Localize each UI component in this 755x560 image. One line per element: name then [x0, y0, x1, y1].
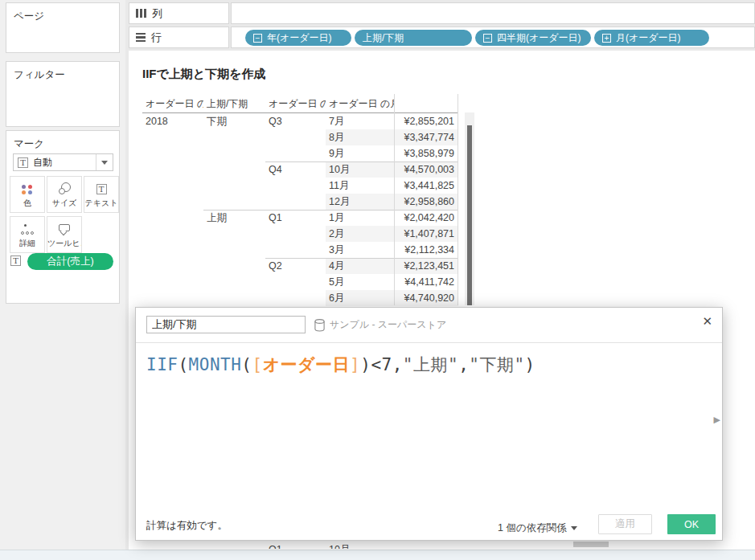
pill-quarter-order-date[interactable]: − 四半期(オーダー日)	[475, 30, 591, 46]
cell-month[interactable]: 2月	[326, 226, 394, 242]
cell-quarter[interactable]	[265, 242, 326, 258]
color-button[interactable]: 色	[10, 176, 45, 213]
cell-value[interactable]: ¥3,347,774	[394, 129, 458, 145]
cell-half[interactable]	[203, 274, 265, 290]
functions-pane-expander-icon[interactable]: ▶	[714, 415, 720, 425]
columns-shelf-content[interactable]	[231, 2, 755, 24]
cell-quarter[interactable]	[265, 290, 326, 306]
cell-half[interactable]: 下期	[203, 113, 265, 129]
pill-label: 月(オーダー日)	[616, 31, 681, 45]
header-half[interactable]: 上期/下期	[203, 97, 265, 112]
text-button[interactable]: T テキスト	[84, 176, 119, 213]
pages-shelf[interactable]: ページ	[6, 2, 120, 53]
cell-month[interactable]: 8月	[326, 129, 394, 145]
table-row: 5月¥4,411,742	[142, 274, 458, 290]
cell-quarter[interactable]	[265, 194, 326, 210]
cell-year[interactable]	[142, 258, 203, 274]
pill-year-order-date[interactable]: − 年(オーダー日)	[245, 30, 351, 46]
header-month[interactable]: オーダー日 の月	[326, 97, 394, 112]
tooltip-button[interactable]: ツールヒ…	[47, 216, 82, 253]
cell-year[interactable]	[142, 274, 203, 290]
cell-year[interactable]	[142, 178, 203, 194]
dependency-dropdown[interactable]: 1 個の依存関係	[498, 521, 577, 535]
cell-quarter[interactable]	[265, 274, 326, 290]
cell-quarter[interactable]	[265, 178, 326, 194]
cell-value[interactable]: ¥2,958,860	[394, 194, 458, 210]
cell-half[interactable]	[203, 129, 265, 145]
cell-quarter[interactable]	[265, 145, 326, 161]
apply-button[interactable]: 適用	[598, 514, 652, 534]
cell-half[interactable]	[203, 161, 265, 178]
pill-half-period[interactable]: 上期/下期	[355, 30, 472, 46]
cell-half[interactable]: 上期	[203, 210, 265, 226]
horizontal-scrollbar-thumb[interactable]	[573, 542, 609, 547]
color-button-label: 色	[23, 198, 31, 209]
collapse-icon[interactable]: −	[253, 34, 262, 43]
cell-half[interactable]	[203, 226, 265, 242]
cell-half[interactable]	[203, 242, 265, 258]
cell-value[interactable]: ¥4,411,742	[394, 274, 458, 290]
cell-value[interactable]: ¥2,855,201	[394, 113, 458, 129]
measure-pill-sum-sales[interactable]: 合計(売上)	[27, 253, 113, 270]
header-quarter[interactable]: オーダー日 の..	[265, 97, 326, 112]
cell-half[interactable]	[203, 194, 265, 210]
ok-button[interactable]: OK	[667, 514, 716, 534]
cell-month[interactable]: 4月	[326, 258, 394, 274]
cell-value[interactable]: ¥2,123,451	[394, 258, 458, 274]
header-year[interactable]: オーダー日 の年	[142, 97, 203, 112]
cell-month[interactable]: 11月	[326, 178, 394, 194]
cell-year[interactable]	[142, 226, 203, 242]
cell-half[interactable]	[203, 290, 265, 306]
cell-year[interactable]: 2018	[142, 113, 203, 129]
cell-quarter[interactable]: Q2	[265, 258, 326, 274]
expand-icon[interactable]: +	[602, 34, 611, 43]
pill-month-order-date[interactable]: + 月(オーダー日)	[594, 30, 709, 46]
cell-quarter[interactable]	[265, 226, 326, 242]
cell-quarter[interactable]: Q1	[265, 210, 326, 226]
cell-month[interactable]: 9月	[326, 145, 394, 161]
cell-year[interactable]	[142, 290, 203, 306]
mark-type-dropdown[interactable]: T 自動	[13, 153, 113, 171]
calculation-name-input[interactable]	[146, 316, 306, 333]
collapse-icon[interactable]: −	[483, 34, 492, 43]
group-separator	[203, 210, 458, 211]
cell-half[interactable]	[203, 178, 265, 194]
cell-month[interactable]: 1月	[326, 210, 394, 226]
cell-year[interactable]	[142, 194, 203, 210]
size-button[interactable]: サイズ	[47, 176, 82, 213]
cell-value[interactable]: ¥2,042,420	[394, 210, 458, 226]
pill-label: 年(オーダー日)	[267, 31, 332, 45]
cell-half[interactable]	[203, 145, 265, 161]
vertical-scrollbar-thumb[interactable]	[467, 125, 472, 305]
cell-value[interactable]: ¥1,407,871	[394, 226, 458, 242]
cell-year[interactable]	[142, 161, 203, 178]
cell-value[interactable]: ¥4,570,003	[394, 161, 458, 178]
cell-value[interactable]: ¥3,858,979	[394, 145, 458, 161]
detail-button[interactable]: 詳細	[10, 216, 45, 253]
cell-year[interactable]	[142, 242, 203, 258]
cell-half[interactable]	[203, 258, 265, 274]
cell-year[interactable]	[142, 145, 203, 161]
dialog-divider	[136, 342, 722, 343]
cell-value[interactable]: ¥4,740,920	[394, 290, 458, 306]
cell-quarter[interactable]: Q3	[265, 113, 326, 129]
close-icon[interactable]: ✕	[702, 314, 712, 329]
cell-month[interactable]: 5月	[326, 274, 394, 290]
cell-month[interactable]: 10月	[326, 161, 394, 178]
filters-shelf[interactable]: フィルター	[6, 61, 120, 127]
cell-year[interactable]	[142, 210, 203, 226]
cell-quarter[interactable]	[265, 129, 326, 145]
cell-month[interactable]: 12月	[326, 194, 394, 210]
formula-editor[interactable]: IIF(MONTH([オーダー日])<7,"上期","下期")	[146, 354, 535, 376]
group-separator	[265, 258, 458, 259]
formula-token-string: "上期"	[403, 355, 458, 374]
cell-month[interactable]: 6月	[326, 290, 394, 306]
rows-shelf-content[interactable]: − 年(オーダー日) 上期/下期 − 四半期(オーダー日) + 月(オーダー日)	[231, 27, 755, 48]
cell-value[interactable]: ¥2,112,334	[394, 242, 458, 258]
cell-month[interactable]: 7月	[326, 113, 394, 129]
cell-month[interactable]: 3月	[326, 242, 394, 258]
cell-year[interactable]	[142, 129, 203, 145]
cell-quarter[interactable]: Q4	[265, 161, 326, 178]
mark-type-caret[interactable]	[96, 154, 113, 170]
cell-value[interactable]: ¥3,441,825	[394, 178, 458, 194]
